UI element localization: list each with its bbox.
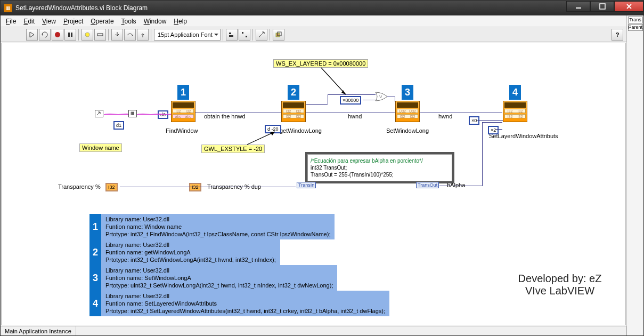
svg-point-5 bbox=[85, 33, 89, 37]
formula-node[interactable]: /*Ecuación para expresar bAlpha en porci… bbox=[305, 152, 454, 183]
transparency-pct-label: Transparency % bbox=[58, 183, 101, 190]
menu-tools[interactable]: Tools bbox=[121, 18, 136, 25]
credit-line1: Developed by: eZ bbox=[507, 273, 613, 285]
const-d1[interactable]: d1 bbox=[113, 121, 124, 130]
clfn-getwindowlong-label: getWindowLong bbox=[280, 127, 322, 134]
formula-comment: /*Ecuación para expresar bAlpha en porci… bbox=[311, 157, 449, 164]
info-lib: Library name: User32.dll bbox=[105, 292, 385, 300]
const-x2[interactable]: ×2 bbox=[488, 126, 499, 134]
menu-view[interactable]: View bbox=[42, 18, 56, 25]
clfn-getwindowlong[interactable]: I32I32 I32I32 bbox=[281, 101, 306, 122]
menu-operate[interactable]: Operate bbox=[91, 18, 113, 25]
step-badge-3: 3 bbox=[402, 85, 413, 100]
wire bbox=[482, 122, 483, 186]
step-out-button[interactable] bbox=[137, 29, 149, 41]
block-diagram-canvas[interactable]: WS_EX_LAYERED = 0x00080000 GWL_EXSTYLE =… bbox=[1, 43, 626, 325]
minimize-button[interactable] bbox=[566, 1, 590, 12]
help-button[interactable]: ? bbox=[612, 29, 623, 41]
info-lib: Library name: User32.dll bbox=[105, 215, 330, 223]
reorder-button[interactable] bbox=[273, 29, 284, 41]
context-help-pane: Trans Parent bbox=[626, 15, 643, 335]
pause-button[interactable] bbox=[64, 29, 76, 41]
menu-project[interactable]: Project bbox=[63, 18, 83, 25]
titlebar: ▦ SetLayeredWindowAttributes.vi Block Di… bbox=[1, 1, 643, 15]
wire bbox=[125, 187, 296, 187]
vi-icon-top[interactable]: Trans bbox=[628, 17, 643, 23]
app-window: ▦ SetLayeredWindowAttributes.vi Block Di… bbox=[0, 0, 644, 336]
svg-rect-8 bbox=[229, 35, 233, 37]
highlight-exec-button[interactable] bbox=[81, 29, 93, 41]
step-badge-2: 2 bbox=[288, 85, 299, 100]
wire bbox=[328, 94, 328, 104]
i32-terminal-mid: I32 bbox=[189, 183, 201, 191]
hwnd-label-1: hwnd bbox=[348, 113, 362, 119]
formula-transin-terminal: TransIn bbox=[297, 182, 316, 188]
clfn-findwindow[interactable]: I32I32 abcabc bbox=[171, 101, 195, 122]
wire bbox=[496, 129, 502, 130]
info-pt: Prtotype: uint32_t SetWindowLongA(int32_… bbox=[105, 282, 333, 289]
menu-window[interactable]: Window bbox=[144, 18, 167, 25]
svg-rect-3 bbox=[68, 33, 70, 37]
info-row-3: 3 Library name: User32.dll Funtion name:… bbox=[89, 265, 337, 291]
clfn-findwindow-label: FindWindow bbox=[166, 127, 198, 134]
step-badge-1: 1 bbox=[177, 85, 189, 100]
wire bbox=[482, 122, 502, 123]
svg-rect-9 bbox=[242, 32, 243, 34]
font-selector[interactable]: 15pt Application Font bbox=[154, 29, 221, 41]
info-badge: 3 bbox=[89, 265, 101, 291]
info-lib: Library name: User32.dll bbox=[105, 267, 333, 274]
wire-pink bbox=[137, 114, 171, 115]
align-button[interactable] bbox=[226, 29, 238, 41]
arrow-gwl bbox=[244, 129, 281, 148]
vi-icon-bottom[interactable]: Parent bbox=[628, 24, 643, 31]
abort-button[interactable] bbox=[52, 29, 63, 41]
svg-rect-10 bbox=[246, 36, 247, 37]
wire bbox=[306, 104, 328, 105]
svg-point-2 bbox=[55, 32, 60, 37]
const-d0[interactable]: d0 bbox=[158, 110, 168, 119]
formula-transout-terminal: TransOut bbox=[416, 182, 439, 188]
toolbar: 15pt Application Font ? bbox=[1, 27, 626, 42]
or-gate-icon: V bbox=[374, 91, 388, 102]
i32-terminal-in: I32 bbox=[105, 183, 118, 191]
clfn-slwa-label: SetLayerdWindowAttributs bbox=[489, 133, 558, 139]
menubar: File Edit View Project Operate Tools Win… bbox=[1, 15, 626, 27]
svg-rect-4 bbox=[71, 33, 72, 37]
formula-line2: TransOut = 255-(TransIn/100)*255; bbox=[311, 171, 449, 178]
info-pt: Prtotype: int32_t FindWindowA(int32_t lp… bbox=[105, 230, 330, 238]
hwnd-label-2: hwnd bbox=[438, 113, 452, 119]
maximize-button[interactable] bbox=[590, 1, 614, 12]
run-continuous-button[interactable] bbox=[39, 29, 51, 41]
wire bbox=[420, 113, 502, 113]
const-x0[interactable]: ×0 bbox=[469, 116, 479, 125]
obtain-hwnd-label: obtain the hnwd bbox=[204, 113, 246, 119]
distribute-button[interactable] bbox=[239, 29, 250, 41]
clfn-slwa[interactable]: I32I32 I32I32 bbox=[503, 101, 527, 122]
step-into-button[interactable] bbox=[111, 29, 123, 41]
arrow-ws-ex bbox=[316, 67, 358, 99]
run-button[interactable] bbox=[26, 29, 38, 41]
step-over-button[interactable] bbox=[124, 29, 136, 41]
status-spacer bbox=[76, 326, 626, 335]
svg-rect-7 bbox=[229, 33, 231, 34]
wire bbox=[328, 94, 376, 95]
resize-button[interactable] bbox=[256, 29, 267, 41]
menu-edit[interactable]: Edit bbox=[23, 18, 35, 25]
menu-file[interactable]: File bbox=[6, 18, 16, 25]
close-button[interactable] bbox=[614, 1, 643, 12]
clfn-setwindowlong[interactable]: U32U32 I32I32 bbox=[395, 101, 420, 122]
step-badge-4: 4 bbox=[509, 85, 521, 100]
info-lib: Library name: User32.dll bbox=[105, 241, 276, 249]
formula-line1: int32 TransOut; bbox=[311, 164, 449, 171]
retain-wire-button[interactable] bbox=[94, 29, 106, 41]
array-icon: ▦ bbox=[128, 110, 137, 117]
wire bbox=[395, 97, 395, 102]
menu-help[interactable]: Help bbox=[174, 18, 187, 25]
clfn-setwindowlong-label: SetWindowLong bbox=[386, 127, 429, 134]
svg-rect-1 bbox=[600, 4, 605, 9]
info-badge: 2 bbox=[89, 239, 101, 265]
info-badge: 4 bbox=[89, 291, 101, 316]
info-fn: Funtion name: SetWindowLongA bbox=[105, 274, 333, 282]
info-row-2: 2 Library name: User32.dll Funtion name:… bbox=[89, 239, 280, 265]
link-icon bbox=[95, 110, 103, 117]
